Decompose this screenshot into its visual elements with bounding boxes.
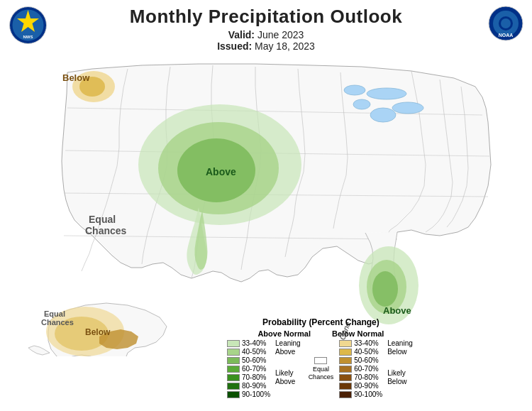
legend-row-above-6: 80-90% — [227, 382, 270, 390]
equal-west-label: Equal — [89, 214, 116, 225]
equal-alaska-label: Equal — [44, 309, 65, 318]
above-central-label: Above — [206, 166, 236, 177]
us-map-svg: Above Equal Chances Below Above Equal Ch… — [0, 51, 532, 356]
below-swatch-5 — [339, 374, 352, 381]
issued-line: Issued: May 18, 2023 — [0, 40, 532, 52]
above-label-col: LeaningAbove LikelyAbove — [275, 339, 301, 398]
above-swatch-2 — [227, 349, 240, 356]
above-swatch-6 — [227, 383, 240, 390]
above-col: 33-40% 40-50% 50-60% 60-70% 70-80% — [227, 339, 270, 398]
legend-row-above-5: 70-80% — [227, 373, 270, 381]
above-swatch-4 — [227, 366, 240, 373]
svg-point-11 — [353, 99, 370, 109]
below-alaska-label: Below — [85, 327, 111, 337]
map-container: NWS NOAA Monthly Precipitation Outlook V… — [0, 0, 532, 411]
above-swatch-3 — [227, 357, 240, 364]
legend-row-below-6: 80-90% — [339, 382, 382, 390]
equal-col: EqualChances — [309, 339, 334, 398]
above-florida-label: Above — [383, 305, 411, 316]
svg-point-12 — [367, 88, 406, 99]
legend-row-below-2: 40-50% — [339, 348, 382, 356]
below-col: 33-40% 40-50% 50-60% 60-70% 70-80% — [339, 339, 382, 398]
legend-row-above-1: 33-40% — [227, 339, 270, 347]
below-swatch-4 — [339, 366, 352, 373]
below-swatch-1 — [339, 340, 352, 347]
legend-row-above-7: 90-100% — [227, 390, 270, 398]
legend-row-below-7: 90-100% — [339, 390, 382, 398]
title-area: Monthly Precipitation Outlook Valid: Jun… — [0, 6, 532, 52]
equal-swatch — [314, 357, 327, 364]
valid-line: Valid: June 2023 — [0, 29, 532, 40]
svg-point-13 — [344, 85, 365, 95]
svg-point-10 — [392, 102, 423, 114]
svg-point-19 — [372, 271, 398, 307]
legend-row-below-3: 50-60% — [339, 356, 382, 364]
legend-row-above-4: 60-70% — [227, 365, 270, 373]
legend-row-below-1: 33-40% — [339, 339, 382, 347]
below-label-col: LeaningBelow LikelyBelow — [387, 339, 413, 398]
page-title: Monthly Precipitation Outlook — [0, 6, 532, 28]
below-nw-label: Below — [62, 72, 90, 83]
equal-alaska-label2: Chances — [41, 318, 74, 327]
above-swatch-7 — [227, 391, 240, 398]
below-swatch-6 — [339, 383, 352, 390]
above-swatch-1 — [227, 340, 240, 347]
legend-row-below-5: 70-80% — [339, 373, 382, 381]
svg-point-9 — [370, 108, 396, 122]
legend-row-above-3: 50-60% — [227, 356, 270, 364]
equal-west-label2: Chances — [85, 225, 127, 236]
legend-row-below-4: 60-70% — [339, 365, 382, 373]
legend-row-above-2: 40-50% — [227, 348, 270, 356]
above-swatch-5 — [227, 374, 240, 381]
legend-subtitle: Above Normal Below Normal — [227, 329, 415, 338]
below-swatch-2 — [339, 349, 352, 356]
below-swatch-3 — [339, 357, 352, 364]
legend-title: Probability (Percent Change) — [227, 317, 415, 327]
legend-body: 33-40% 40-50% 50-60% 60-70% 70-80% — [227, 339, 415, 398]
legend: Probability (Percent Change) Above Norma… — [227, 317, 415, 398]
below-swatch-7 — [339, 391, 352, 398]
